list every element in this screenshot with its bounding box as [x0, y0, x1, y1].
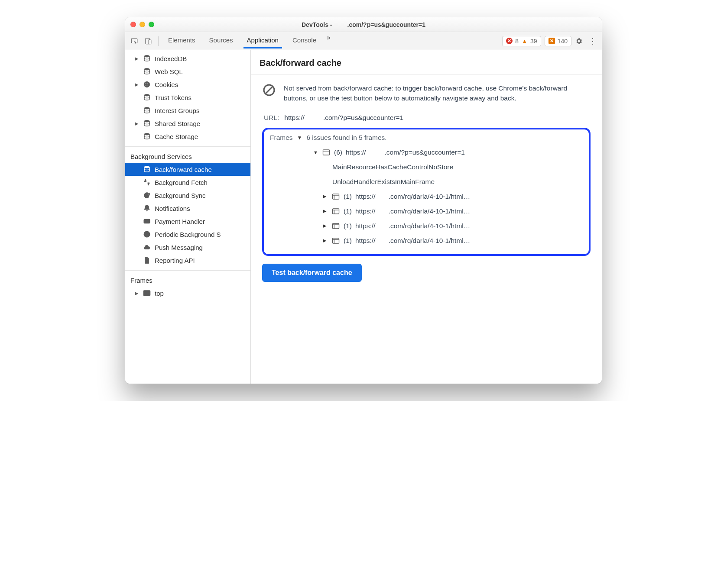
svg-rect-33: [333, 238, 339, 243]
chevron-down-icon: ▼: [297, 135, 302, 141]
subframe-row[interactable]: ▶(1)https:// .com/rq/darla/4-10-1/html…: [323, 204, 583, 219]
frames-header[interactable]: Frames ▼ 6 issues found in 5 frames.: [270, 134, 583, 142]
sidebar-item-label: Cookies: [155, 81, 178, 88]
svg-point-14: [144, 166, 149, 168]
titlebar: DevTools - .com/?p=us&guccounter=1: [125, 17, 602, 32]
sidebar-item-indexeddb[interactable]: ▶IndexedDB: [125, 52, 250, 65]
subframe-count: (1): [344, 222, 352, 230]
svg-point-13: [144, 133, 149, 136]
sidebar-item-web-sql[interactable]: Web SQL: [125, 65, 250, 78]
storage-section: ▶IndexedDBWeb SQL▶CookiesTrust TokensInt…: [125, 50, 250, 147]
notice-text: Not served from back/forward cache: to t…: [284, 83, 591, 103]
db-icon: [143, 93, 151, 102]
tab-sources[interactable]: Sources: [203, 34, 239, 48]
devtools-body: ▶IndexedDBWeb SQL▶CookiesTrust TokensInt…: [125, 50, 602, 384]
warning-icon: ▲: [521, 38, 528, 44]
chevron-right-icon: ▶: [135, 291, 139, 296]
sidebar-item-notifications[interactable]: Notifications: [125, 202, 250, 215]
sidebar-item-reporting-api[interactable]: Reporting API: [125, 254, 250, 267]
tab-application[interactable]: Application: [241, 34, 285, 48]
settings-icon[interactable]: [572, 35, 585, 48]
svg-point-3: [144, 55, 149, 58]
chevron-down-icon: ▼: [313, 150, 318, 155]
warning-count: 39: [530, 38, 537, 45]
sidebar-item-periodic-background-s[interactable]: Periodic Background S: [125, 228, 250, 241]
issues-badge[interactable]: ✕ 140: [545, 36, 571, 46]
errors-warnings-badge[interactable]: ✕ 8 ▲ 39: [502, 36, 541, 46]
subframe-row[interactable]: ▶(1)https:// .com/rq/darla/4-10-1/html…: [323, 219, 583, 233]
notice-row: Not served from back/forward cache: to t…: [262, 83, 591, 103]
sidebar-item-label: Back/forward cache: [155, 166, 212, 173]
bfcache-reason: UnloadHandlerExistsInMainFrame: [332, 174, 583, 189]
minimize-window-button[interactable]: [140, 22, 145, 27]
frames-summary: 6 issues found in 5 frames.: [306, 134, 386, 142]
close-window-button[interactable]: [130, 22, 136, 27]
panel-heading: Back/forward cache: [251, 50, 602, 74]
sidebar-item-cache-storage[interactable]: Cache Storage: [125, 130, 250, 143]
cloud-icon: [143, 243, 151, 252]
sidebar-item-label: Background Fetch: [155, 179, 208, 186]
sidebar-item-cookies[interactable]: ▶Cookies: [125, 78, 250, 91]
svg-point-11: [144, 107, 149, 110]
tab-elements[interactable]: Elements: [162, 34, 201, 48]
tab-console[interactable]: Console: [286, 34, 322, 48]
frames-box: Frames ▼ 6 issues found in 5 frames. ▼ (…: [262, 128, 591, 256]
sidebar-item-label: Notifications: [155, 205, 190, 212]
url-value: https:// .com/?p=us&guccounter=1: [284, 114, 403, 122]
devtools-toolbar: Elements Sources Application Console » ✕…: [125, 32, 602, 50]
reasons-list: MainResourceHasCacheControlNoStore Unloa…: [313, 160, 583, 189]
sidebar-item-back-forward-cache[interactable]: Back/forward cache: [125, 163, 250, 176]
subframe-count: (1): [344, 193, 352, 200]
subframe-url: https:// .com/rq/darla/4-10-1/html…: [355, 237, 470, 245]
sidebar-item-frame-top[interactable]: ▶top: [125, 287, 250, 300]
svg-point-4: [144, 68, 149, 71]
more-tabs-icon[interactable]: »: [324, 34, 333, 48]
sidebar-item-label: Web SQL: [155, 68, 183, 75]
card-icon: [143, 217, 151, 226]
chevron-right-icon: ▶: [135, 82, 139, 87]
svg-rect-24: [333, 194, 339, 199]
top-frame-row[interactable]: ▼ (6) https:// .com/?p=us&guccounter=1: [313, 145, 583, 160]
window-title: DevTools - .com/?p=us&guccounter=1: [125, 21, 602, 28]
device-toolbar-icon[interactable]: [142, 35, 155, 48]
traffic-lights: [130, 22, 154, 27]
blocked-icon: [262, 83, 276, 99]
chevron-right-icon: ▶: [135, 56, 139, 61]
sidebar-item-label: top: [155, 290, 164, 297]
panel-tabs: Elements Sources Application Console »: [162, 34, 501, 48]
sidebar-item-background-fetch[interactable]: Background Fetch: [125, 176, 250, 189]
frame-url: https:// .com/?p=us&guccounter=1: [346, 149, 465, 156]
sidebar-item-shared-storage[interactable]: ▶Shared Storage: [125, 117, 250, 130]
subframe-row[interactable]: ▶(1)https:// .com/rq/darla/4-10-1/html…: [323, 233, 583, 248]
zoom-window-button[interactable]: [149, 22, 154, 27]
subframe-icon: [331, 237, 340, 244]
svg-rect-30: [333, 223, 339, 229]
subframe-icon: [331, 208, 340, 215]
inspect-element-icon[interactable]: [128, 35, 141, 48]
svg-rect-18: [144, 291, 150, 296]
sidebar-item-background-sync[interactable]: Background Sync: [125, 189, 250, 202]
chevron-right-icon: ▶: [323, 223, 328, 229]
subframe-row[interactable]: ▶(1)https:// .com/rq/darla/4-10-1/html…: [323, 189, 583, 204]
kebab-menu-icon[interactable]: ⋮: [586, 35, 599, 48]
subframe-icon: [331, 223, 340, 229]
svg-rect-2: [148, 40, 151, 44]
sidebar-item-interest-groups[interactable]: Interest Groups: [125, 104, 250, 117]
bfcache-reason: MainResourceHasCacheControlNoStore: [332, 160, 583, 174]
db-icon: [143, 106, 151, 115]
fetch-icon: [143, 178, 151, 187]
sidebar-item-trust-tokens[interactable]: Trust Tokens: [125, 91, 250, 104]
test-bfcache-button[interactable]: Test back/forward cache: [262, 264, 362, 282]
sidebar-item-label: IndexedDB: [155, 55, 187, 62]
sync-icon: [143, 191, 151, 200]
db-icon: [143, 54, 151, 63]
sidebar-item-label: Trust Tokens: [155, 94, 191, 101]
error-icon: ✕: [506, 38, 513, 44]
sidebar-item-payment-handler[interactable]: Payment Handler: [125, 215, 250, 228]
svg-rect-27: [333, 209, 339, 214]
sidebar-item-label: Payment Handler: [155, 218, 205, 225]
cookie-icon: [143, 80, 151, 89]
sidebar-item-push-messaging[interactable]: Push Messaging: [125, 241, 250, 254]
subframe-url: https:// .com/rq/darla/4-10-1/html…: [355, 193, 470, 200]
background-services-section: Background Services Back/forward cacheBa…: [125, 147, 250, 271]
